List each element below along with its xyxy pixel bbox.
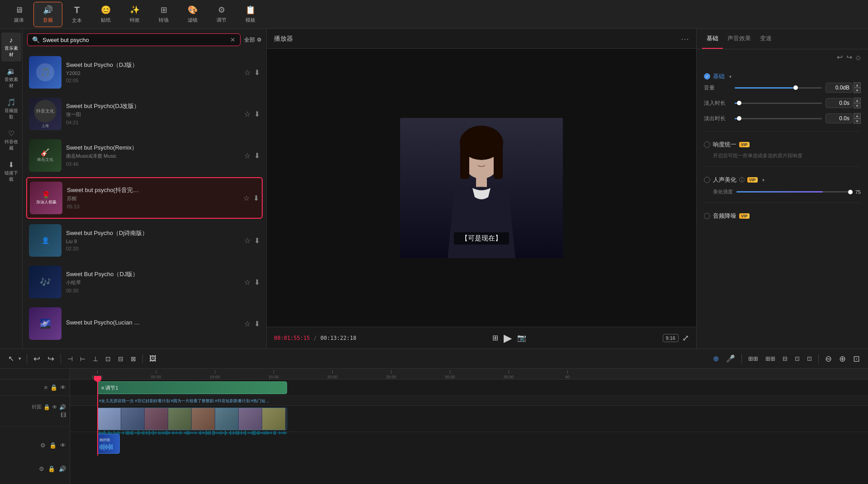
favorite-btn-7[interactable]: ☆ — [244, 320, 250, 328]
zoom-out-btn[interactable]: ⊖ — [822, 352, 835, 366]
volume-thumb[interactable] — [793, 85, 798, 90]
nav-link[interactable]: ⬇ 链接下载 — [1, 157, 21, 186]
link-btn-1[interactable]: ⊞⊞ — [745, 353, 761, 364]
split-btn-3[interactable]: ⊥ — [90, 353, 101, 364]
fade-in-slider[interactable] — [735, 103, 822, 104]
caption-segment[interactable]: #女儿无原谅我一次 #百亿好剧好看计划 #因为一片段看了整整剧 #抖音短剧新番计… — [97, 397, 287, 404]
audio-settings-icon[interactable]: ⚙ — [39, 465, 44, 472]
aspect-ratio-badge[interactable]: 9:16 — [663, 334, 679, 342]
link-btn-2[interactable]: ⊞⊞ — [763, 353, 778, 364]
favorite-btn-5[interactable]: ☆ — [244, 236, 250, 245]
track-visibility-icon[interactable]: 👁 — [60, 442, 66, 449]
tab-speed[interactable]: 变速 — [755, 29, 776, 49]
music-list[interactable]: 🎵 Sweet but Psycho（DJ版） Y2002 02:05 ☆ ⬇ … — [23, 51, 266, 348]
adjust-btn-1[interactable]: ⊟ — [115, 353, 126, 364]
image-btn[interactable]: 🖼 — [146, 353, 159, 365]
fade-in-increment[interactable]: ▲ — [854, 98, 861, 103]
music-item-2[interactable]: 抖音文化 上海 Sweet but Psycho(DJ改版） 张一阳 04:21… — [26, 94, 263, 134]
download-btn-3[interactable]: ⬇ — [254, 151, 260, 160]
toolbar-text[interactable]: T 文本 — [62, 2, 91, 27]
volume-input[interactable] — [826, 83, 853, 93]
volume-decrement[interactable]: ▼ — [854, 88, 861, 93]
search-clear-button[interactable]: ✕ — [230, 36, 236, 43]
fade-in-thumb[interactable] — [737, 101, 741, 105]
track-lock-icon[interactable]: 🔒 — [49, 442, 57, 449]
download-btn-7[interactable]: ⬇ — [254, 320, 260, 328]
audio-lock-icon2[interactable]: 🔒 — [48, 465, 55, 472]
cursor-dropdown[interactable]: ▾ — [19, 356, 21, 362]
favorite-btn-2[interactable]: ☆ — [244, 110, 250, 118]
favorite-btn-1[interactable]: ☆ — [244, 68, 250, 77]
audio-vol-icon[interactable]: 🔊 — [59, 465, 66, 472]
vocal-expand-icon[interactable]: ▾ — [762, 178, 764, 183]
adjustment-eye-icon[interactable]: 👁 — [60, 384, 66, 391]
zoom-in-btn[interactable]: ⊕ — [836, 352, 849, 366]
fade-in-input[interactable] — [826, 98, 853, 108]
toolbar-sticker[interactable]: 😊 贴纸 — [91, 2, 120, 27]
music-item-4[interactable]: 🌹 加油人都赢 Sweet but psycho(抖音完… 苏醒 05:13 ☆… — [26, 177, 263, 219]
toolbar-filter[interactable]: 🎨 滤镜 — [178, 2, 207, 27]
search-input-wrapper[interactable]: 🔍 ✕ — [27, 33, 241, 46]
keyframe-btn[interactable]: ◇ — [856, 54, 861, 61]
link-btn-5[interactable]: ⊡ — [804, 353, 815, 364]
nav-extract[interactable]: 🎵 音频提取 — [1, 94, 21, 124]
audio-clip-segment[interactable]: 她的歌 — [97, 434, 120, 454]
fade-out-input[interactable] — [826, 113, 853, 123]
search-input[interactable] — [42, 37, 227, 43]
fit-view-btn[interactable]: ⊡ — [850, 352, 863, 366]
music-item-1[interactable]: 🎵 Sweet but Psycho（DJ版） Y2002 02:05 ☆ ⬇ — [26, 52, 263, 92]
link-btn-3[interactable]: ⊟ — [780, 353, 790, 364]
toolbar-audio[interactable]: 🔊 音频 — [33, 2, 62, 27]
download-btn-4[interactable]: ⬇ — [253, 194, 259, 202]
crop-btn[interactable]: ⊡ — [103, 353, 113, 364]
loudness-enabled-checkbox[interactable] — [704, 141, 710, 148]
music-item-5[interactable]: 👤 Sweet but Psycho（Dj诗南版） Liu 9 02:20 ☆ … — [26, 221, 263, 260]
link-btn-4[interactable]: ⊡ — [792, 353, 802, 364]
volume-increment[interactable]: ▲ — [854, 82, 861, 88]
fullscreen-btn[interactable]: ⤢ — [682, 333, 689, 343]
video-segment[interactable] — [97, 408, 287, 430]
download-btn-5[interactable]: ⬇ — [254, 236, 260, 245]
undo-btn[interactable]: ↩ — [837, 53, 843, 61]
favorite-btn-4[interactable]: ☆ — [243, 194, 250, 202]
music-item-3[interactable]: 🎸 南岳文化 Sweet but Psycho(Remix） 南岳Music&泽… — [26, 136, 263, 175]
track-settings-icon[interactable]: ⚙ — [40, 442, 46, 449]
adjustment-lock-icon[interactable]: 🔒 — [50, 384, 57, 391]
music-item-6[interactable]: 🎶 Sweet But Psycho（DJ版） 小纶琴 00:30 ☆ ⬇ — [26, 262, 263, 302]
fade-out-thumb[interactable] — [737, 116, 741, 121]
basic-section-expand[interactable]: ▾ — [729, 74, 731, 79]
music-item-8[interactable]: 🌊 Sweet but Psycho（DJ版… ☆ ⬇ — [26, 345, 263, 348]
cover-audio-icon[interactable]: 🔊 — [59, 404, 66, 410]
toolbar-media[interactable]: 🖥 媒体 — [5, 2, 33, 27]
magnet-btn[interactable]: ⊕ — [710, 352, 722, 365]
toolbar-transition[interactable]: ⊞ 转场 — [149, 2, 178, 27]
download-btn-1[interactable]: ⬇ — [254, 68, 260, 77]
fade-out-increment[interactable]: ▲ — [854, 113, 861, 118]
volume-slider[interactable] — [735, 87, 822, 89]
nav-douyin[interactable]: ♡ 抖音收藏 — [1, 126, 21, 155]
split-btn-2[interactable]: ⊢ — [77, 353, 88, 364]
adjustment-segment[interactable]: ≡ 调节1 — [97, 381, 287, 394]
toolbar-effects[interactable]: ✨ 特效 — [120, 2, 149, 27]
nav-music[interactable]: ♪ 音乐素材 — [1, 33, 21, 61]
timeline-ruler[interactable]: 00:00 05:00 10:00 15:00 — [70, 369, 868, 380]
snapshot-btn[interactable]: 📷 — [517, 334, 526, 342]
beauty-slider[interactable] — [736, 191, 852, 193]
download-btn-2[interactable]: ⬇ — [254, 110, 260, 118]
mic-btn[interactable]: 🎤 — [723, 352, 738, 365]
redo-tl-btn[interactable]: ↪ — [45, 352, 57, 366]
nav-sfx[interactable]: 🔉 音效素材 — [1, 63, 21, 93]
favorite-btn-3[interactable]: ☆ — [244, 151, 250, 160]
noise-enabled-checkbox[interactable] — [704, 213, 710, 219]
favorite-btn-6[interactable]: ☆ — [244, 278, 250, 287]
fade-in-decrement[interactable]: ▼ — [854, 103, 861, 108]
music-item-7[interactable]: 🌌 Sweet but Psycho(Lucian … ☆ ⬇ — [26, 304, 263, 343]
tab-basic[interactable]: 基础 — [702, 29, 723, 49]
tab-audio-effects[interactable]: 声音效果 — [723, 29, 755, 49]
grid-view-btn[interactable]: ⊞ — [492, 334, 498, 342]
fade-out-slider[interactable] — [735, 118, 822, 119]
adjustment-eq-icon[interactable]: ≡ — [44, 384, 47, 391]
split-btn-1[interactable]: ⊣ — [65, 353, 75, 364]
fade-out-decrement[interactable]: ▼ — [854, 118, 861, 124]
toolbar-template[interactable]: 📋 模板 — [236, 2, 265, 27]
